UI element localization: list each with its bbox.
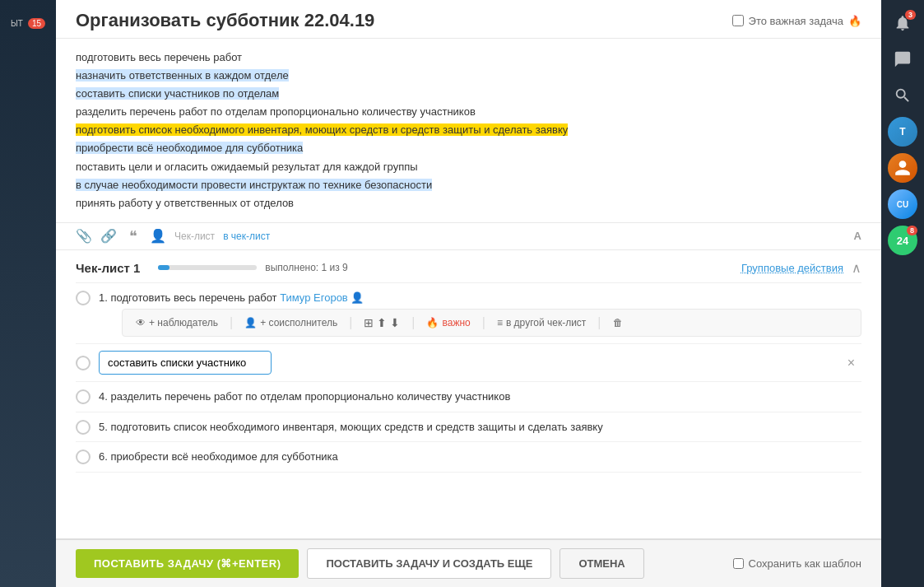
add-coexecutor-btn[interactable]: 👤 + соисполнитель <box>239 315 342 330</box>
fire-icon: 🔥 <box>848 15 861 27</box>
save-template-checkbox[interactable] <box>733 558 744 569</box>
progress-bar-fill <box>158 265 169 270</box>
move-icon1: ⊞ <box>364 316 374 329</box>
save-template-label: Сохранить как шаблон <box>749 557 861 570</box>
checklist-button[interactable]: Чек-лист <box>174 231 215 242</box>
move-icons[interactable]: ⊞ ⬆ ⬇ <box>359 314 405 331</box>
cancel-button[interactable]: ОТМЕНА <box>560 548 643 579</box>
add-observer-label: + наблюдатель <box>149 317 218 328</box>
notification-badge: 3 <box>905 10 916 20</box>
search-icon <box>894 86 912 105</box>
item-actions-row-1: 👁 + наблюдатель | 👤 + соисполнитель | ⊞ … <box>122 309 861 337</box>
checklist-progress-text: выполнено: 1 из 9 <box>265 262 347 273</box>
submit-more-button[interactable]: ПОСТАВИТЬ ЗАДАЧУ И СОЗДАТЬ ЕЩЕ <box>307 548 551 579</box>
check-circle-4[interactable] <box>76 389 91 404</box>
sidebar-menu-item[interactable]: ЫТ 15 <box>7 8 49 38</box>
submit-button[interactable]: ПОСТАВИТЬ ЗАДАЧУ (⌘+ENTER) <box>76 549 299 578</box>
toolbar-row: 📎 🔗 ❝ 👤 Чек-лист в чек-лист A <box>56 223 881 250</box>
main-content: Организовать субботник 22.04.19 Это важн… <box>56 0 881 587</box>
check-circle-editing[interactable] <box>76 356 91 370</box>
important-checkbox-area[interactable]: Это важная задача 🔥 <box>732 15 861 27</box>
move-checklist-label: в другой чек-лист <box>506 317 586 328</box>
chevron-up-icon[interactable]: ∧ <box>852 260 861 276</box>
sidebar-count-badge: 15 <box>28 18 45 29</box>
task-footer: ПОСТАВИТЬ ЗАДАЧУ (⌘+ENTER) ПОСТАВИТЬ ЗАД… <box>56 538 881 587</box>
link-icon[interactable]: 🔗 <box>100 228 117 245</box>
desc-line-2: назначить ответственных в каждом отделе <box>76 67 861 85</box>
sep1: | <box>230 315 233 330</box>
item-content-4: разделить перечень работ по отделам проп… <box>110 390 510 403</box>
avatar-24-label: 24 <box>897 235 908 247</box>
progress-bar-container <box>158 265 257 270</box>
desc-line-4: разделить перечень работ по отделам проп… <box>76 103 861 121</box>
delete-btn[interactable]: 🗑 <box>608 315 628 330</box>
sep4: | <box>482 315 485 330</box>
list-icon: ≡ <box>497 317 503 328</box>
item-number-6: 6. <box>99 450 110 463</box>
item-content-6: приобрести всё необходимое для субботник… <box>110 450 337 463</box>
in-checklist-button[interactable]: в чек-лист <box>223 231 270 242</box>
checklist-header: Чек-лист 1 выполнено: 1 из 9 Групповые д… <box>76 250 861 283</box>
add-coexecutor-label: + соисполнитель <box>260 317 337 328</box>
check-circle-1[interactable] <box>76 291 91 305</box>
sep2: | <box>349 315 352 330</box>
checklist-title: Чек-лист 1 <box>76 261 140 275</box>
avatar-3[interactable]: CU <box>888 189 917 219</box>
desc-line-7: поставить цели и огласить ожидаемый резу… <box>76 158 861 176</box>
description-text: подготовить весь перечень работ назначит… <box>76 49 861 212</box>
assignee-icon-1: 👤 <box>351 291 364 304</box>
edit-input-wrapper: × <box>99 351 861 375</box>
important-btn-label: важно <box>442 317 470 328</box>
item-text-1: 1. подготовить весь перечень работ Тимур… <box>99 291 364 304</box>
move-icon3: ⬇ <box>390 316 400 329</box>
desc-line-9: принять работу у ответственных от отдело… <box>76 194 861 212</box>
move-checklist-btn[interactable]: ≡ в другой чек-лист <box>492 315 591 330</box>
group-actions-button[interactable]: Групповые действия <box>741 262 843 274</box>
quote-icon[interactable]: ❝ <box>125 228 142 245</box>
item-text-5: 5. подготовить список необходимого инвен… <box>99 419 861 436</box>
checklist-item-4: 4. разделить перечень работ по отделам п… <box>76 382 861 412</box>
avatar-2[interactable] <box>888 153 917 183</box>
font-icon[interactable]: A <box>854 230 861 242</box>
desc-line-1: подготовить весь перечень работ <box>76 49 861 67</box>
item-content-1: подготовить весь перечень работ <box>110 291 280 304</box>
desc-line-6: приобрести всё необходимое для субботник… <box>76 139 861 157</box>
user-icon: 👤 <box>244 317 257 328</box>
eye-icon: 👁 <box>136 317 146 328</box>
item-number-1: 1. <box>99 291 110 304</box>
description-area: подготовить весь перечень работ назначит… <box>56 39 881 223</box>
save-template-area[interactable]: Сохранить как шаблон <box>733 557 861 570</box>
sep5: | <box>597 315 601 330</box>
avatar-24-badge: 8 <box>907 226 917 235</box>
avatar-1[interactable]: T <box>888 117 917 147</box>
check-circle-5[interactable] <box>76 420 91 435</box>
task-body: Чек-лист 1 выполнено: 1 из 9 Групповые д… <box>56 250 881 538</box>
mention-icon[interactable]: 👤 <box>150 228 166 245</box>
desc-line-8: в случае необходимости провести инструкт… <box>76 176 861 194</box>
item-number-5: 5. <box>99 421 110 433</box>
avatar-24[interactable]: 24 8 <box>888 226 917 255</box>
fire-icon-btn: 🔥 <box>426 317 439 328</box>
check-circle-6[interactable] <box>76 450 91 464</box>
item-content-5: подготовить список необходимого инвентар… <box>110 421 602 433</box>
desc-line-5: подготовить список необходимого инвентар… <box>76 121 861 139</box>
item-assignee-1[interactable]: Тимур Егоров <box>280 291 348 304</box>
clear-input-icon[interactable]: × <box>847 356 855 370</box>
sep3: | <box>411 315 415 330</box>
comment-icon-area[interactable] <box>888 44 917 74</box>
notification-icon-area[interactable]: 3 <box>888 8 917 38</box>
important-btn[interactable]: 🔥 важно <box>421 315 475 330</box>
attachment-icon[interactable]: 📎 <box>76 228 92 245</box>
move-icon2: ⬆ <box>377 316 387 329</box>
checklist-item-6: 6. приобрести всё необходимое для суббот… <box>76 442 861 473</box>
avatar-2-icon <box>894 159 912 177</box>
checklist-item-5: 5. подготовить список необходимого инвен… <box>76 412 861 443</box>
right-sidebar: 3 T CU 24 8 <box>881 0 924 587</box>
item-text-4: 4. разделить перечень работ по отделам п… <box>99 389 861 405</box>
item-edit-input[interactable] <box>99 351 272 375</box>
checklist-item-editing: × <box>76 344 861 382</box>
add-observer-btn[interactable]: 👁 + наблюдатель <box>131 315 223 330</box>
search-icon-area[interactable] <box>888 81 917 110</box>
task-title: Организовать субботник 22.04.19 <box>76 10 374 31</box>
important-checkbox-input[interactable] <box>732 15 744 26</box>
